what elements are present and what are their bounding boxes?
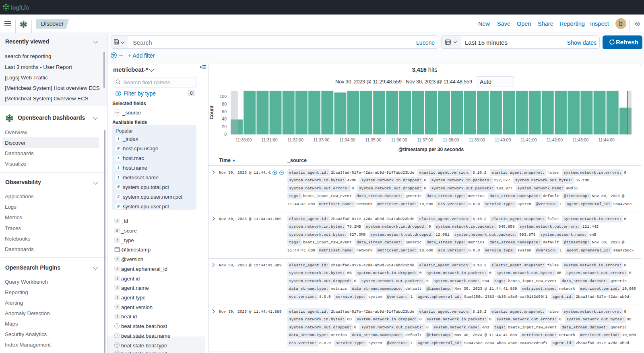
svg-text:11:40:00: 11:40:00: [495, 137, 511, 142]
svg-text:11:43:00: 11:43:00: [572, 137, 588, 142]
svg-text:@timestamp per 30 seconds: @timestamp per 30 seconds: [398, 147, 464, 152]
svg-text:11:36:00: 11:36:00: [391, 137, 407, 142]
svg-text:40: 40: [222, 116, 227, 121]
svg-text:11:34:00: 11:34:00: [339, 137, 355, 142]
svg-text:11:42:00: 11:42:00: [547, 137, 563, 142]
svg-text:0: 0: [224, 132, 227, 137]
svg-text:11:32:00: 11:32:00: [287, 137, 303, 142]
svg-text:11:44:00: 11:44:00: [599, 137, 615, 142]
svg-text:11:35:00: 11:35:00: [365, 137, 381, 142]
svg-text:100: 100: [219, 94, 227, 99]
svg-text:60: 60: [222, 109, 227, 114]
svg-text:11:31:00: 11:31:00: [262, 137, 278, 142]
svg-text:11:38:00: 11:38:00: [443, 137, 459, 142]
svg-text:11:41:00: 11:41:00: [521, 137, 537, 142]
svg-text:11:39:00: 11:39:00: [469, 137, 485, 142]
svg-text:20: 20: [222, 124, 227, 129]
svg-text:11:37:00: 11:37:00: [417, 137, 433, 142]
svg-text:11:30:00: 11:30:00: [235, 137, 252, 142]
svg-text:Count: Count: [209, 106, 215, 120]
svg-text:80: 80: [222, 102, 227, 106]
svg-text:11:33:00: 11:33:00: [313, 137, 329, 142]
